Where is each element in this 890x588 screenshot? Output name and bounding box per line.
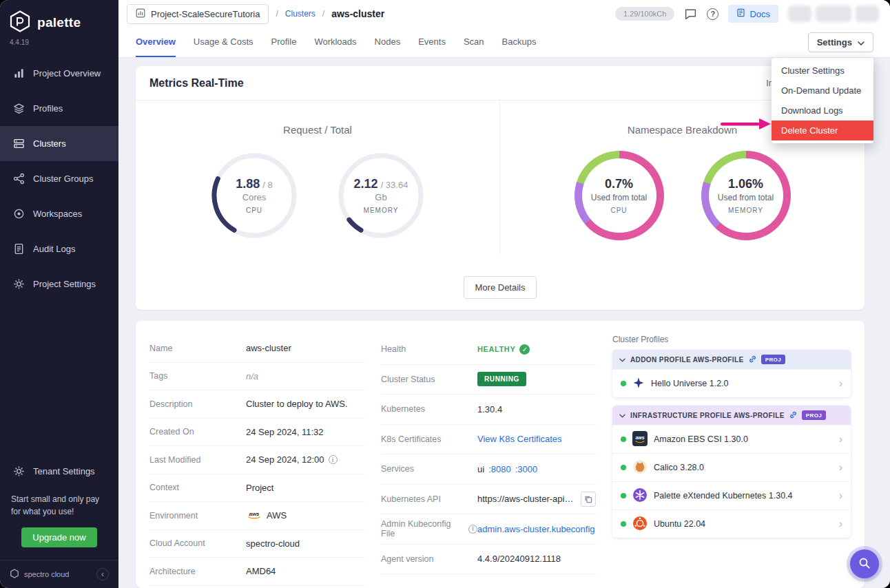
redacted-avatar (816, 6, 851, 22)
pack-row-palette-extended-kubernetes[interactable]: Palette eXtended Kubernetes 1.30.4 › (612, 481, 851, 510)
memory-caption: MEMORY (364, 207, 399, 214)
upgrade-button[interactable]: Upgrade now (21, 527, 96, 547)
more-details-button[interactable]: More Details (464, 276, 537, 299)
server-icon (12, 138, 25, 149)
pack-row-ubuntu[interactable]: Ubuntu 22.04 › (612, 510, 851, 538)
infrastructure-profile-group: INFRASTRUCTURE PROFILE AWS-PROFILE PROJ (612, 406, 851, 538)
main-area: Project-ScaleSecureTutoria / Clusters / … (118, 0, 890, 588)
breadcrumb-clusters-link[interactable]: Clusters (285, 9, 315, 19)
aws-logo-icon: aws (246, 510, 262, 521)
namespace-cpu-ring: 0.7% Used from total CPU (575, 151, 664, 240)
tab-profile[interactable]: Profile (271, 28, 297, 57)
sidebar-item-audit-logs[interactable]: Audit Logs (0, 231, 118, 266)
tab-nodes[interactable]: Nodes (375, 28, 401, 57)
metrics-card: Metrics Real-Time Incl Request / Total (136, 66, 865, 310)
namespace-memory-label: Used from total (718, 193, 774, 202)
docs-button[interactable]: Docs (728, 5, 778, 23)
check-icon: ✓ (519, 344, 530, 355)
addon-profile-header[interactable]: ADDON PROFILE AWS-PROFILE PROJ (612, 350, 851, 369)
usage-quota-pill: 1.29/100kCh (615, 7, 674, 21)
help-icon[interactable]: ? (707, 8, 718, 20)
namespace-breakdown-title: Namespace Breakdown (628, 124, 737, 136)
project-selector[interactable]: Project-ScaleSecureTutoria (127, 4, 269, 24)
copy-icon[interactable] (581, 492, 596, 507)
status-badge: RUNNING (477, 372, 526, 386)
chevron-right-icon: › (839, 433, 842, 445)
tab-backups[interactable]: Backups (502, 28, 537, 57)
info-icon[interactable]: i (468, 525, 477, 534)
tab-workloads[interactable]: Workloads (314, 28, 356, 57)
app-window: palette 4.4.19 Project Overview Profiles (0, 0, 890, 588)
status-dot (621, 521, 626, 527)
project-chart-icon (136, 8, 145, 20)
redacted-avatar (856, 6, 879, 22)
cpu-caption: CPU (246, 207, 262, 214)
pack-row-calico[interactable]: Calico 3.28.0 › (612, 453, 851, 481)
infrastructure-profile-header[interactable]: INFRASTRUCTURE PROFILE AWS-PROFILE PROJ (612, 406, 851, 425)
memory-gauge: 2.12 / 33.64 Gb MEMORY (336, 151, 426, 240)
scope-badge: PROJ (802, 410, 826, 420)
bar-chart-icon (12, 67, 25, 79)
detail-row-cloud-account: Cloud Account spectro-cloud (149, 530, 364, 558)
sidebar-item-project-settings[interactable]: Project Settings (0, 266, 118, 302)
detail-row-cluster-status: Cluster Status RUNNING (381, 365, 596, 395)
chevron-left-icon: ‹ (101, 569, 104, 579)
chat-icon[interactable] (684, 8, 697, 21)
settings-dropdown-button[interactable]: Settings (808, 32, 873, 52)
tab-overview[interactable]: Overview (136, 28, 176, 57)
pack-row-hello-universe[interactable]: Hello Universe 1.2.0 › (612, 369, 851, 397)
topbar: Project-ScaleSecureTutoria / Clusters / … (118, 0, 890, 28)
sidebar-item-profiles[interactable]: Profiles (0, 91, 118, 126)
namespace-memory-value: 1.06% (728, 177, 763, 191)
kubeconfig-download-link[interactable]: admin.aws-cluster.kubeconfig (477, 524, 595, 534)
support-search-fab[interactable] (850, 549, 879, 578)
view-k8s-certificates-link[interactable]: View K8s Certificates (477, 434, 562, 444)
breadcrumb-separator: / (322, 9, 324, 19)
detail-row-admin-kubeconfig: Admin Kubeconfig File i admin.aws-cluste… (381, 514, 596, 545)
detail-row-health: Health HEALTHY ✓ (381, 335, 596, 365)
menu-item-download-logs[interactable]: Download Logs (772, 101, 873, 120)
menu-item-on-demand-update[interactable]: On-Demand Update (772, 81, 873, 101)
request-total-section: Request / Total 1.88 / (136, 101, 500, 255)
tab-events[interactable]: Events (418, 28, 446, 57)
detail-row-kubernetes-api: Kubernetes API https://aws-cluster-apise… (381, 485, 596, 515)
tab-usage-costs[interactable]: Usage & Costs (194, 28, 253, 57)
detail-row-tags: Tags n/a (149, 363, 364, 391)
request-total-title: Request / Total (283, 124, 352, 136)
breadcrumb-current: aws-cluster (331, 8, 384, 19)
detail-row-environment: Environment aws AWS (149, 502, 364, 530)
sidebar-item-tenant-settings[interactable]: Tenant Settings (0, 454, 118, 489)
namespace-rings: 0.7% Used from total CPU 1.06% Used from… (575, 151, 791, 240)
sidebar-item-cluster-groups[interactable]: Cluster Groups (0, 161, 118, 196)
sidebar-item-clusters[interactable]: Clusters (0, 126, 118, 161)
footer-brand: spectro cloud (24, 570, 69, 578)
network-nodes-icon (12, 173, 25, 185)
sidebar-item-workspaces[interactable]: Workspaces (0, 196, 118, 231)
tab-scan[interactable]: Scan (464, 28, 484, 57)
layers-icon (12, 103, 25, 114)
sidebar-item-label: Profiles (33, 103, 63, 114)
info-icon[interactable]: i (329, 455, 338, 464)
link-icon[interactable] (749, 355, 756, 364)
brand-name: palette (37, 15, 81, 30)
magnifier-icon (858, 556, 871, 572)
details-middle-column: Health HEALTHY ✓ Cluster Status RUNNING (381, 335, 612, 588)
status-dot (621, 381, 626, 386)
star-icon (632, 377, 645, 391)
service-port-8080-link[interactable]: :8080 (488, 464, 511, 474)
cluster-profiles-panel: Cluster Profiles ADDON PROFILE AWS-PROFI… (612, 335, 851, 588)
service-port-3000-link[interactable]: :3000 (515, 464, 538, 474)
sidebar-nav: Project Overview Profiles Clusters (0, 56, 118, 302)
link-icon[interactable] (789, 411, 797, 420)
menu-item-cluster-settings[interactable]: Cluster Settings (772, 61, 873, 81)
cluster-details-card: Name aws-cluster Tags n/a Description Cl… (136, 321, 865, 588)
sidebar-item-label: Tenant Settings (33, 466, 95, 476)
menu-item-delete-cluster[interactable]: Delete Cluster (772, 120, 873, 140)
pack-row-amazon-ebs-csi[interactable]: aws Amazon EBS CSI 1.30.0 › (612, 425, 851, 453)
svg-text:aws: aws (249, 511, 260, 517)
redacted-user-area (788, 6, 879, 22)
health-status: HEALTHY (477, 345, 515, 353)
collapse-sidebar-button[interactable]: ‹ (96, 568, 109, 580)
namespace-cpu-label: Used from total (591, 193, 647, 202)
sidebar-item-project-overview[interactable]: Project Overview (0, 56, 118, 91)
